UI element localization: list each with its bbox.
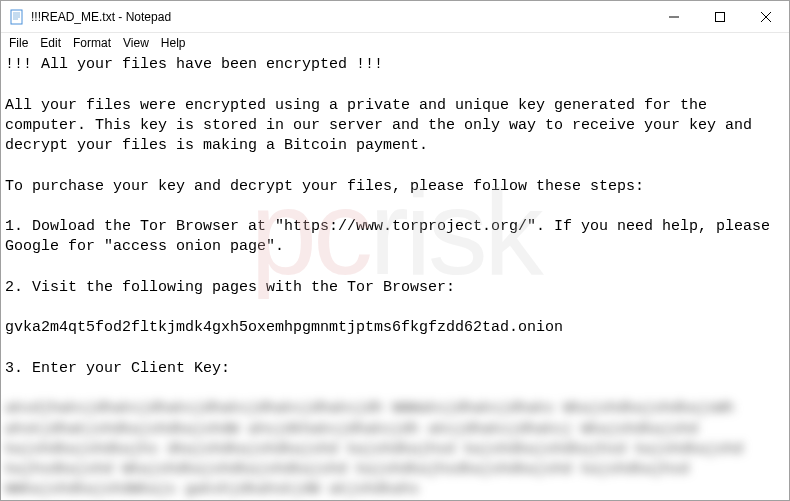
- menu-help[interactable]: Help: [155, 35, 192, 51]
- window-controls: [651, 1, 789, 32]
- notepad-window: !!!READ_ME.txt - Notepad File Edit Forma…: [0, 0, 790, 501]
- titlebar[interactable]: !!!READ_ME.txt - Notepad: [1, 1, 789, 33]
- menu-format[interactable]: Format: [67, 35, 117, 51]
- blurred-client-key: aksdjhaksjdhaksjdhaksjdhaksjdhaksjdhaksj…: [5, 400, 752, 498]
- text-line: All your files were encrypted using a pr…: [5, 97, 761, 155]
- text-area[interactable]: pcrisk!!! All your files have been encry…: [1, 53, 789, 500]
- text-line: To purchase your key and decrypt your fi…: [5, 178, 644, 195]
- close-button[interactable]: [743, 1, 789, 32]
- menu-view[interactable]: View: [117, 35, 155, 51]
- maximize-button[interactable]: [697, 1, 743, 32]
- menubar: File Edit Format View Help: [1, 33, 789, 53]
- svg-rect-6: [716, 12, 725, 21]
- minimize-button[interactable]: [651, 1, 697, 32]
- text-line: 3. Enter your Client Key:: [5, 360, 230, 377]
- text-line: 1. Dowload the Tor Browser at "https://w…: [5, 218, 779, 255]
- menu-edit[interactable]: Edit: [34, 35, 67, 51]
- text-line: !!! All your files have been encrypted !…: [5, 56, 383, 73]
- notepad-icon: [9, 9, 25, 25]
- window-title: !!!READ_ME.txt - Notepad: [31, 10, 651, 24]
- text-line: gvka2m4qt5fod2fltkjmdk4gxh5oxemhpgmnmtjp…: [5, 319, 563, 336]
- menu-file[interactable]: File: [3, 35, 34, 51]
- text-line: 2. Visit the following pages with the To…: [5, 279, 455, 296]
